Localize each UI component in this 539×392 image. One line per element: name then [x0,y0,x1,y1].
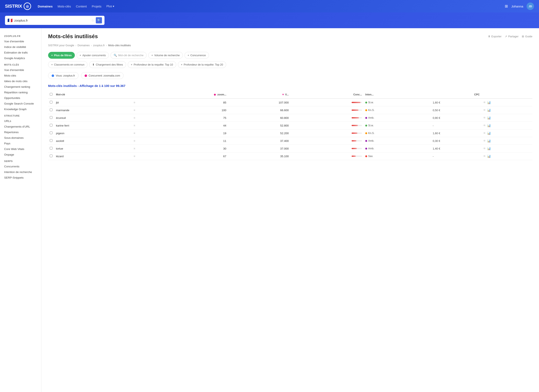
volume-recherche-button[interactable]: + Volume de recherche [148,52,183,59]
keyword-link[interactable]: pigeon [56,132,64,135]
keyword-link[interactable]: tortue [56,147,63,150]
chart-icon[interactable]: 📊 [487,131,491,135]
view-icon[interactable]: 👁 [483,131,486,135]
sidebar-item-onpage[interactable]: Onpage [0,152,41,157]
select-all-checkbox[interactable] [50,93,53,96]
keyword-link[interactable]: écureuil [56,116,66,120]
grid-icon[interactable]: ⊞ [505,4,508,9]
breadcrumb-item-0[interactable]: SISTRIX pour Google [48,44,74,47]
search-input[interactable] [14,19,90,22]
nav-plus[interactable]: Plus ▾ [106,5,114,8]
share-button[interactable]: ↗ Partager [505,35,519,38]
breadcrumb-item-1[interactable]: Domaines [77,44,90,47]
keyword-icon-cell[interactable]: ≡ [132,137,155,145]
concurrence-cell [290,98,364,106]
keyword-icon-cell[interactable]: ≡ [132,152,155,160]
sidebar-item-core-web-vitals[interactable]: Core Web Vitals [0,146,41,152]
filters-row-1: + Plus de filtres + Ajouter concurrents … [48,52,532,59]
view-icon[interactable]: 👁 [483,124,486,127]
sidebar-item-intention-recherche[interactable]: Intention de recherche [0,169,41,175]
row-checkbox-0[interactable] [50,101,53,103]
row-checkbox-5[interactable] [50,139,53,142]
sidebar-item-google-search-console[interactable]: Google Search Console [0,101,41,106]
plus-de-filtres-button[interactable]: + Plus de filtres [48,52,75,59]
sidebar-item-serp-snippets[interactable]: SERP-Snippets [0,175,41,180]
sidebar-item-urls[interactable]: URLs [0,118,41,124]
classements-commun-button[interactable]: + Classements en commun [48,61,87,68]
sidebar-item-changement-ranking[interactable]: Changement ranking [0,84,41,90]
sort-icon: ▼ [282,93,284,96]
sidebar-item-repertoires[interactable]: Répertoires [0,129,41,135]
chart-icon[interactable]: 📊 [487,101,491,104]
view-icon[interactable]: 👁 [483,147,486,150]
view-icon[interactable]: 👁 [483,155,486,158]
breadcrumb-item-2[interactable]: zooplus.fr [93,44,105,47]
logo[interactable]: SISTRIX ◎ [5,2,31,10]
keyword-icon-cell[interactable]: ≡ [132,98,155,106]
sidebar-item-concurrents[interactable]: Concurrents [0,164,41,169]
row-checkbox-2[interactable] [50,116,53,119]
profondeur-top20-button[interactable]: + Profondeur de la requête: Top 20 [178,61,226,68]
nav-mots-cles[interactable]: Mots-clés [58,5,71,8]
view-icon[interactable]: 👁 [483,139,486,142]
sidebar-item-pays[interactable]: Pays [0,141,41,146]
chart-icon[interactable]: 📊 [487,155,491,158]
view-icon[interactable]: 👁 [483,108,486,112]
th-mot-cle[interactable]: Mot-clé [54,91,132,98]
th-concurrence[interactable]: Conc... [290,91,364,98]
star-icon[interactable]: ☆ [91,19,94,22]
sidebar-item-changements-url[interactable]: Changements d'URL [0,124,41,129]
chargement-filtres-button[interactable]: ⬆ Chargement des filtres [89,61,126,68]
concurrence-button[interactable]: + Concurrence [184,52,209,59]
th-cpc[interactable]: CPC [431,91,481,98]
chart-icon[interactable]: 📊 [487,108,491,112]
keyword-link[interactable]: axolotl [56,139,64,142]
keyword-icon-cell[interactable]: ≡ [132,145,155,152]
keyword-icon-cell[interactable]: ≡ [132,106,155,114]
mot-cle-search[interactable]: 🔍 Mot-clé de recherche [111,52,147,59]
keyword-link[interactable]: lézard [56,155,64,158]
sidebar-item-repartition-ranking[interactable]: Répartition ranking [0,90,41,95]
sidebar-item-google-analytics[interactable]: Google Analytics [0,55,41,61]
user-avatar[interactable]: JD [527,2,534,10]
keyword-icon-cell[interactable]: ≡ [132,114,155,122]
row-checkbox-1[interactable] [50,108,53,111]
guide-button[interactable]: ⊞ Guide [522,35,532,38]
row-checkbox-6[interactable] [50,147,53,150]
chart-icon[interactable]: 📊 [487,139,491,142]
sidebar-item-opportunites[interactable]: Opportunités [0,95,41,101]
row-checkbox-3[interactable] [50,124,53,126]
keyword-link[interactable]: karine ferri [56,124,69,127]
sidebar-item-mc-vue[interactable]: Vue d'ensemble [0,67,41,73]
sidebar-item-knowledge-graph[interactable]: Knowledge Graph [0,106,41,112]
nav-projets[interactable]: Projets [92,5,101,8]
nav-domaines[interactable]: Domaines [38,5,53,8]
export-button[interactable]: ⬇ Exporter [488,35,501,38]
th-volume[interactable]: ▼ V... [228,91,290,98]
conc-bar-bg [351,155,362,157]
keyword-icon-cell[interactable]: ≡ [132,122,155,129]
sidebar-item-idees[interactable]: Idées de mots clés [0,78,41,84]
sidebar-item-estimation-trafic[interactable]: Estimation de trafic [0,50,41,55]
view-icon[interactable]: 👁 [483,101,486,104]
nav-content[interactable]: Content [76,5,87,8]
view-icon[interactable]: 👁 [483,116,486,120]
sidebar-item-vue-ensemble[interactable]: Vue d'ensemble [0,39,41,44]
chart-icon[interactable]: 📊 [487,116,491,120]
chart-icon[interactable]: 📊 [487,147,491,150]
sidebar-item-indice-visibilite[interactable]: Indice de visibilité [0,44,41,50]
th-intention[interactable]: Inten... [364,91,431,98]
row-checkbox-4[interactable] [50,131,53,134]
chart-icon[interactable]: 📊 [487,124,491,127]
keyword-link[interactable]: marmande [56,109,69,112]
search-button[interactable]: 🔍 [96,17,102,24]
profondeur-top10-button[interactable]: + Profondeur de la requête: Top 10 [128,61,176,68]
th-zoom[interactable]: zoom... [155,91,228,98]
conc-bar-bg [351,140,362,141]
ajouter-concurrents-button[interactable]: + Ajouter concurrents [77,52,109,59]
keyword-link[interactable]: jbl [56,101,59,104]
sidebar-item-sous-domaines[interactable]: Sous-domaines [0,135,41,141]
keyword-icon-cell[interactable]: ≡ [132,129,155,137]
row-checkbox-7[interactable] [50,155,53,157]
sidebar-item-mots-cles[interactable]: Mots-clés [0,73,41,78]
